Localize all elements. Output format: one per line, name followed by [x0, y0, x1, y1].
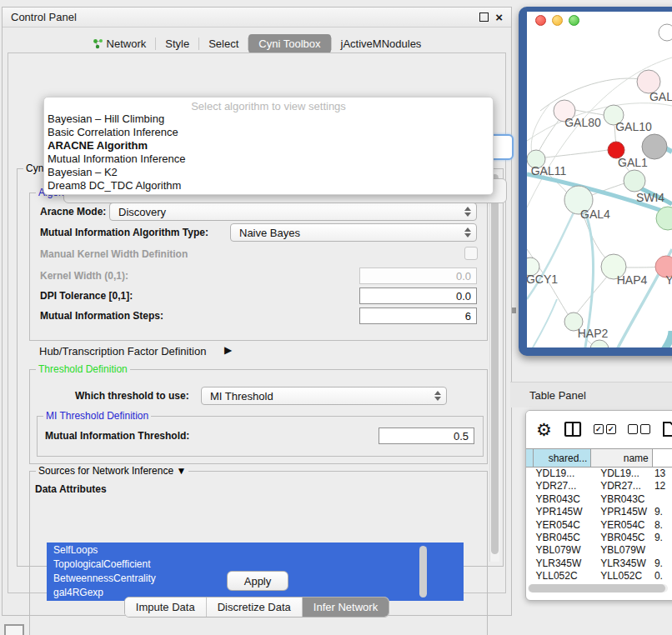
settings-vertical-scrollbar[interactable] [489, 172, 499, 562]
table-cell: 8. [653, 519, 672, 532]
table-cell: 9. [653, 558, 672, 570]
table-cell: 13 [653, 468, 672, 480]
table-row[interactable]: YDL19...YDL19...13 [526, 468, 672, 480]
tab-discretize-data[interactable]: Discretize Data [207, 598, 303, 617]
dropdown-item[interactable]: ARACNE Algorithm [44, 139, 493, 152]
table-cell [526, 558, 534, 570]
column-header[interactable]: shared... [534, 449, 592, 467]
dropdown-item[interactable]: Bayesian – K2 [44, 166, 493, 179]
gear-icon[interactable]: ⚙ [536, 421, 552, 438]
tab-cyni-toolbox[interactable]: Cyni Toolbox [248, 34, 330, 53]
table-cell [526, 468, 534, 480]
network-node[interactable] [659, 24, 672, 41]
float-panel-icon[interactable] [479, 12, 489, 22]
manual-kernel-checkbox[interactable] [464, 247, 478, 260]
table-cell [526, 570, 534, 582]
mi-steps-label: Mutual Information Steps: [40, 310, 163, 322]
new-table-icon[interactable] [662, 421, 672, 438]
node-table-window: ⚙ ✓✓ shared...nameA YDL19...YDL19...13YD… [525, 410, 672, 601]
table-cell: YLR345W [534, 558, 592, 570]
node-label: GAL [649, 90, 672, 103]
table-corner-cell [526, 449, 534, 467]
table-cell: YPR145W [534, 506, 592, 518]
mi-threshold-label: Mutual Information Threshold: [45, 430, 189, 442]
table-cell: YER054C [534, 519, 592, 532]
unselect-all-columns-icon[interactable] [628, 424, 650, 434]
table-cell: YLL052C [534, 570, 592, 582]
table-row[interactable]: YBL079WYBL079W [526, 544, 672, 557]
dropdown-item[interactable]: Mutual Information Inference [44, 152, 493, 166]
manual-kernel-label: Manual Kernel Width Definition [40, 248, 188, 260]
table-cell: YDL19... [534, 468, 592, 480]
tab-select[interactable]: Select [199, 34, 248, 53]
desktop-stage: Control Panel × NetworkStyleSelectCyni T… [0, 0, 672, 635]
data-attributes-label: Data Attributes [35, 483, 107, 495]
dropdown-item[interactable]: Bayesian – Hill Climbing [44, 112, 493, 126]
collapse-down-icon[interactable]: ▼ [176, 465, 186, 477]
which-threshold-combo[interactable]: MI Threshold [201, 387, 447, 405]
table-panel-titlebar: Table Panel [510, 382, 672, 408]
network-edge [659, 331, 672, 348]
split-pane-grip[interactable] [512, 308, 516, 313]
table-cell: YBL079W [591, 544, 653, 557]
mi-threshold-field[interactable] [379, 428, 474, 444]
tab-style[interactable]: Style [156, 34, 198, 53]
apply-button[interactable]: Apply [227, 571, 288, 591]
tab-infer-network[interactable]: Infer Network [303, 598, 389, 617]
hub-definition-label[interactable]: Hub/Transcription Factor Definition [39, 345, 206, 358]
table-cell: 9. [653, 532, 672, 544]
sources-group-title: Sources for Network Inference ▼ [36, 465, 188, 477]
threshold-definition-group: Threshold Definition Which threshold to … [29, 369, 488, 464]
table-toolbar: ⚙ ✓✓ [526, 411, 672, 448]
dropdown-item[interactable]: Dream8 DC_TDC Algorithm [44, 179, 493, 192]
table-row[interactable]: YBR043CYBR043C [526, 493, 672, 506]
minimized-panel-icon[interactable] [4, 624, 24, 635]
kernel-width-field[interactable] [359, 268, 477, 284]
table-cell [653, 544, 672, 557]
table-horizontal-scrollbar[interactable] [528, 584, 668, 592]
network-edge [527, 299, 557, 348]
control-panel-tab-bar: NetworkStyleSelectCyni ToolboxjActiveMNo… [3, 32, 511, 54]
mi-steps-field[interactable] [359, 308, 477, 324]
network-node[interactable] [590, 340, 609, 348]
attribute-item[interactable]: TopologicalCoefficient [47, 557, 464, 571]
node-label: GAL80 [564, 116, 601, 129]
table-cell: YDL19... [591, 468, 653, 480]
select-all-columns-icon[interactable]: ✓✓ [594, 424, 616, 434]
attr-list-scrollbar[interactable] [419, 546, 427, 598]
table-row[interactable]: YPR145WYPR145W9. [526, 506, 672, 518]
table-cell: YBR043C [534, 493, 592, 506]
algorithm-definition-group: Algorithm Definition Aracne Mode: Discov… [29, 192, 488, 341]
dpi-tolerance-field[interactable] [359, 288, 477, 304]
tab-jactivemnodules[interactable]: jActiveMNodules [332, 34, 431, 53]
mi-type-label: Mutual Information Algorithm Type: [40, 227, 208, 238]
expand-right-icon[interactable]: ▶ [224, 344, 232, 356]
tab-impute-data[interactable]: Impute Data [125, 598, 207, 617]
column-header[interactable]: A [653, 449, 672, 467]
tab-network[interactable]: Network [83, 34, 156, 53]
mi-type-combo[interactable]: Naive Bayes [230, 223, 477, 242]
table-row[interactable]: YLL052CYLL052C0. [526, 570, 672, 582]
control-panel-title: Control Panel [11, 11, 77, 23]
network-node-gal1[interactable] [624, 170, 645, 192]
segmented-control: Impute DataDiscretize DataInfer Network [124, 597, 389, 618]
table-row[interactable]: YER054CYER054C8. [526, 519, 672, 532]
control-panel-window: Control Panel × NetworkStyleSelectCyni T… [2, 7, 512, 616]
close-icon[interactable]: × [495, 11, 503, 23]
network-edge [545, 150, 608, 158]
table-row[interactable]: YBR045CYBR045C9. [526, 532, 672, 544]
node-label: Y [665, 273, 672, 287]
tab-label: Cyni Toolbox [258, 38, 320, 50]
split-columns-icon[interactable] [564, 421, 582, 438]
combo-stepper-icon [464, 228, 471, 238]
aracne-mode-combo[interactable]: Discovery [109, 202, 477, 221]
table-row[interactable]: YDR27...YDR27...12 [526, 480, 672, 492]
column-header[interactable]: name [591, 449, 652, 467]
dropdown-item[interactable]: Basic Correlation Inference [44, 126, 493, 139]
table-row[interactable]: YLR345WYLR345W9. [526, 558, 672, 570]
mi-threshold-definition-title: MI Threshold Definition [43, 410, 151, 422]
table-cell [526, 544, 534, 557]
aracne-mode-value: Discovery [118, 206, 464, 218]
attribute-item[interactable]: SelfLoops [47, 542, 464, 557]
network-canvas[interactable]: GALGAL80GAL10GAL11GAL1GAL4GCY1HAP4YHAP2S… [527, 12, 672, 348]
